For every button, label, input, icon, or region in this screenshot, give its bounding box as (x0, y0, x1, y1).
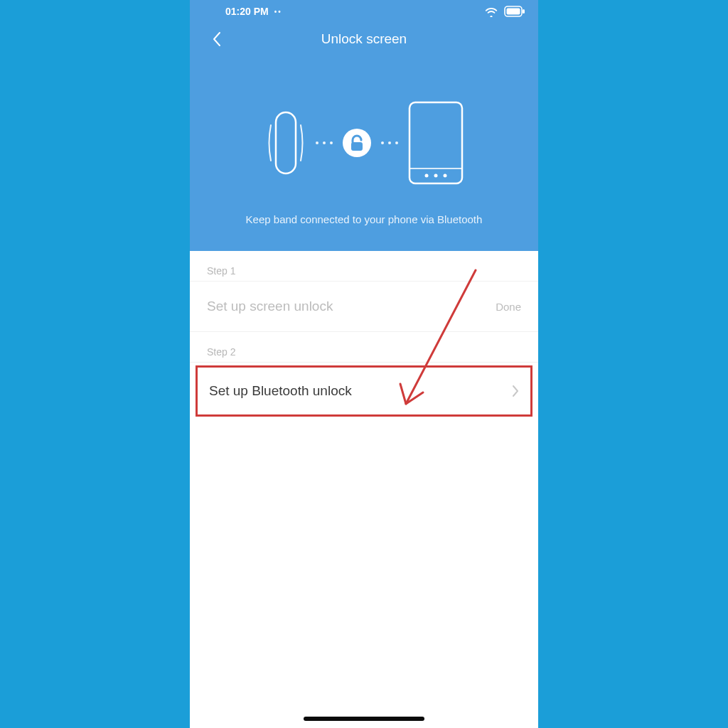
annotation-highlight-box: Set up Bluetooth unlock (196, 365, 532, 417)
illu-dots-left (316, 141, 333, 144)
status-left: 01:20 PM •• (225, 6, 282, 17)
status-right (484, 6, 525, 17)
illu-dots-right (381, 141, 398, 144)
back-button[interactable] (204, 26, 230, 52)
page-title: Unlock screen (321, 31, 407, 47)
band-icon (264, 104, 306, 182)
setup-bluetooth-unlock-row[interactable]: Set up Bluetooth unlock (198, 368, 530, 414)
phone-frame: 01:20 PM •• (190, 0, 538, 728)
wifi-icon (484, 6, 498, 17)
svg-point-8 (425, 174, 429, 178)
svg-rect-3 (276, 112, 296, 173)
step2-label: Step 2 (190, 332, 538, 363)
svg-rect-6 (410, 102, 462, 183)
chevron-right-icon (512, 385, 519, 397)
setup-screen-unlock-row[interactable]: Set up screen unlock Done (190, 282, 538, 332)
step2-title: Set up Bluetooth unlock (209, 383, 352, 399)
step1-label: Step 1 (190, 251, 538, 282)
home-indicator[interactable] (304, 717, 424, 721)
phone-device-icon (408, 101, 464, 185)
svg-rect-2 (523, 9, 525, 14)
svg-point-9 (434, 174, 438, 178)
svg-rect-7 (410, 168, 462, 169)
hero-illustration (190, 58, 538, 213)
svg-point-10 (444, 174, 447, 178)
step1-status: Done (496, 301, 521, 313)
header-area: 01:20 PM •• (190, 0, 538, 251)
step1-title: Set up screen unlock (207, 299, 333, 314)
unlock-icon (343, 129, 371, 157)
chevron-left-icon (212, 31, 222, 47)
hero-caption: Keep band connected to your phone via Bl… (190, 213, 538, 225)
title-bar: Unlock screen (190, 20, 538, 58)
status-bar: 01:20 PM •• (190, 0, 538, 20)
battery-icon (504, 6, 525, 17)
status-extra: •• (274, 8, 282, 16)
svg-rect-1 (507, 9, 520, 15)
status-time: 01:20 PM (225, 6, 269, 17)
steps-content: Step 1 Set up screen unlock Done Step 2 … (190, 251, 538, 417)
svg-rect-5 (351, 142, 363, 151)
